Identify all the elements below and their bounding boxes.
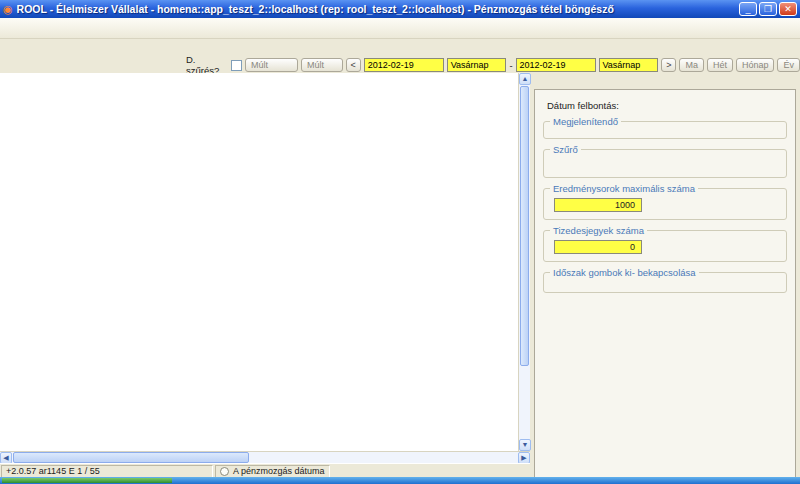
money-movement-table <box>0 73 518 451</box>
date-filter-bar: D. szűrés? Múlt hónap Múlt hét < 2012-02… <box>0 57 800 73</box>
period-buttons-title: Időszak gombok ki- bekapcsolása <box>550 267 699 278</box>
vertical-scrollbar[interactable]: ▲ ▼ <box>518 73 530 451</box>
window-bottom-frame <box>0 477 800 484</box>
display-group-title: Megjelenítendő <box>550 116 621 127</box>
settings-section: Dátum felbontás: Megjelenítendő Szűrő Er… <box>530 73 800 484</box>
close-button[interactable]: ✕ <box>779 2 797 16</box>
period-buttons-group: Időszak gombok ki- bekapcsolása <box>543 272 787 293</box>
settings-panel: Dátum felbontás: Megjelenítendő Szűrő Er… <box>534 89 796 479</box>
version-record-counter: +2.0.57 ar1145 E 1 / 55 <box>6 466 100 476</box>
date-filter-checkbox[interactable] <box>231 60 242 71</box>
max-rows-input[interactable]: 1000 <box>554 198 642 212</box>
week-button[interactable]: Hét <box>707 58 733 72</box>
decimals-input[interactable]: 0 <box>554 240 642 254</box>
max-rows-group: Eredménysorok maximális száma 1000 <box>543 188 787 220</box>
settings-tab-bar <box>534 73 800 89</box>
year-button[interactable]: Év <box>777 58 800 72</box>
title-bar: ◉ ROOL - Élelmiszer Vállalat - homena::a… <box>0 0 800 18</box>
decimals-title: Tizedesjegyek száma <box>550 225 647 236</box>
display-group: Megjelenítendő <box>543 121 787 139</box>
status-hint: A pénzmozgás dátuma <box>233 466 325 476</box>
range-separator: - <box>509 60 512 71</box>
date-resolution-label: Dátum felbontás: <box>547 100 619 111</box>
date-from-input[interactable]: 2012-02-19 <box>364 58 444 72</box>
day-to-field[interactable]: Vasárnap <box>599 58 659 72</box>
main-toolbar <box>0 18 800 39</box>
grid-section: ▲ ▼ ◀ ▶ +2.0.57 ar1145 E 1 / 55 A pénz <box>0 73 530 484</box>
minimize-button[interactable]: _ <box>739 2 757 16</box>
horizontal-scrollbar[interactable]: ◀ ▶ <box>0 451 530 463</box>
progress-indicator <box>2 478 172 483</box>
decimals-group: Tizedesjegyek száma 0 <box>543 230 787 262</box>
next-period-button[interactable]: > <box>661 58 676 72</box>
max-rows-title: Eredménysorok maximális száma <box>550 183 698 194</box>
window-title: ROOL - Élelmiszer Vállalat - homena::app… <box>17 3 737 15</box>
past-week-button[interactable]: Múlt hét <box>301 58 343 72</box>
filter-group-title: Szűrő <box>550 144 581 155</box>
document-tab-bar <box>0 39 800 57</box>
filter-group: Szűrő <box>543 149 787 178</box>
past-month-button[interactable]: Múlt hónap <box>245 58 298 72</box>
date-resolution-row: Dátum felbontás: <box>547 100 785 111</box>
app-icon: ◉ <box>3 4 13 15</box>
today-button[interactable]: Ma <box>679 58 704 72</box>
vertical-scroll-thumb[interactable] <box>520 86 529 366</box>
prev-period-button[interactable]: < <box>346 58 361 72</box>
date-to-input[interactable]: 2012-02-19 <box>516 58 596 72</box>
maximize-button[interactable]: ❐ <box>759 2 777 16</box>
status-bar: +2.0.57 ar1145 E 1 / 55 A pénzmozgás dát… <box>0 463 530 478</box>
app-window: ◉ ROOL - Élelmiszer Vállalat - homena::a… <box>0 0 800 484</box>
day-from-field[interactable]: Vasárnap <box>447 58 507 72</box>
horizontal-scroll-thumb[interactable] <box>13 452 249 463</box>
status-radio-icon[interactable] <box>220 467 229 476</box>
month-button[interactable]: Hónap <box>736 58 775 72</box>
